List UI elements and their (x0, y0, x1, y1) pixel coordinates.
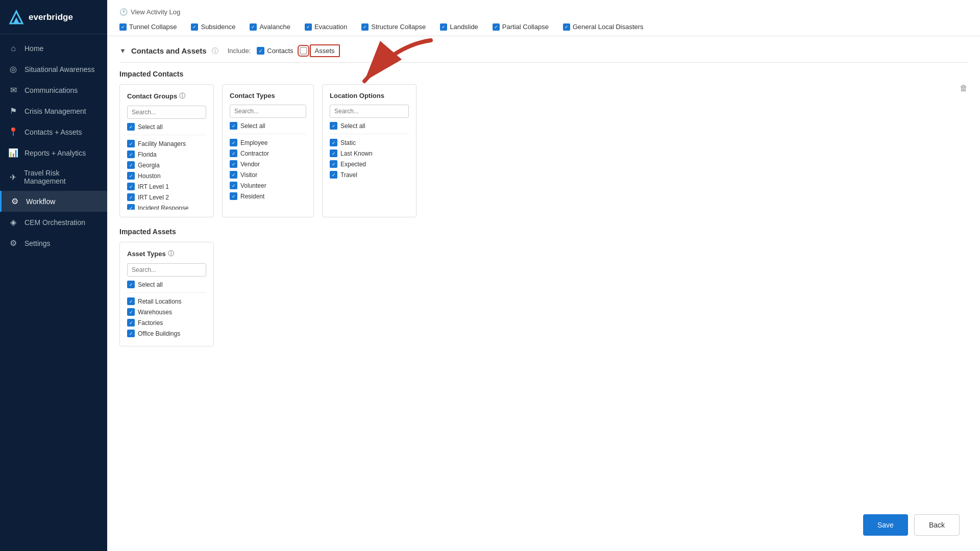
general-local-checkbox[interactable] (563, 23, 570, 31)
sidebar-nav: ⌂ Home ◎ Situational Awareness ✉ Communi… (0, 34, 107, 551)
contact-groups-select-all-checkbox[interactable] (127, 123, 135, 131)
crisis-icon: ⚑ (8, 106, 18, 116)
contact-groups-select-all-label: Select all (138, 123, 163, 131)
sidebar-item-workflow[interactable]: ⚙ Workflow (0, 191, 107, 212)
list-item: Expected (330, 159, 409, 169)
vendor-cb[interactable] (230, 160, 237, 168)
list-item: Vendor (230, 159, 306, 169)
sidebar-item-contacts-assets[interactable]: 📍 Contacts + Assets (0, 121, 107, 142)
general-local-label: General Local Disasters (573, 23, 644, 31)
incident-response-cb[interactable] (127, 204, 135, 210)
disaster-partial-collapse: Partial Collapse (493, 23, 549, 31)
visitor-cb[interactable] (230, 171, 237, 179)
travel-cb[interactable] (330, 171, 337, 179)
avalanche-checkbox[interactable] (250, 23, 257, 31)
disaster-avalanche: Avalanche (250, 23, 290, 31)
sidebar-item-label-sa: Situational Awareness (24, 65, 95, 73)
florida-cb[interactable] (127, 151, 135, 158)
landslide-checkbox[interactable] (440, 23, 447, 31)
expected-cb[interactable] (330, 160, 337, 168)
factories-label: Factories (138, 319, 163, 327)
houston-cb[interactable] (127, 172, 135, 180)
back-button[interactable]: Back (914, 514, 960, 536)
asset-types-info-icon[interactable]: ⓘ (168, 249, 174, 258)
evacuation-checkbox[interactable] (305, 23, 312, 31)
contacts-checkbox[interactable] (257, 47, 264, 55)
structure-collapse-checkbox[interactable] (361, 23, 369, 31)
disaster-tunnel-collapse: Tunnel Collapse (119, 23, 177, 31)
landslide-label: Landslide (450, 23, 478, 31)
sidebar-item-settings[interactable]: ⚙ Settings (0, 233, 107, 254)
asset-types-panel: Asset Types ⓘ Select all Retail Location… (119, 242, 214, 346)
communications-icon: ✉ (8, 85, 18, 95)
impacted-assets-label: Impacted Assets (119, 228, 968, 236)
save-button[interactable]: Save (863, 514, 908, 536)
contractor-cb[interactable] (230, 149, 237, 157)
factories-cb[interactable] (127, 319, 135, 327)
reports-icon: 📊 (8, 148, 18, 158)
location-options-search[interactable] (330, 105, 409, 118)
contact-groups-info-icon[interactable]: ⓘ (179, 92, 185, 101)
list-item: Volunteer (230, 180, 306, 191)
expected-label: Expected (340, 161, 366, 168)
list-item: Static (330, 137, 409, 148)
last-known-cb[interactable] (330, 149, 337, 157)
static-cb[interactable] (330, 139, 337, 146)
warehouses-cb[interactable] (127, 308, 135, 316)
content-area: ▼ Contacts and Assets ⓘ Include: Contact… (107, 36, 980, 387)
sidebar-item-crisis-management[interactable]: ⚑ Crisis Management (0, 101, 107, 121)
contact-groups-select-all-row: Select all (127, 123, 206, 135)
houston-label: Houston (138, 172, 161, 180)
warehouses-label: Warehouses (138, 309, 172, 316)
sidebar-item-travel-risk[interactable]: ✈ Travel Risk Management (0, 163, 107, 191)
asset-types-search[interactable] (127, 263, 206, 277)
list-item: Retail Locations (127, 296, 206, 307)
employee-cb[interactable] (230, 139, 237, 146)
impacted-contacts-label: Impacted Contacts (119, 70, 968, 78)
assets-checkbox[interactable] (300, 47, 307, 55)
partial-collapse-checkbox[interactable] (493, 23, 500, 31)
sidebar-item-reports-analytics[interactable]: 📊 Reports + Analytics (0, 142, 107, 163)
contact-groups-search[interactable] (127, 106, 206, 119)
contact-groups-title-text: Contact Groups (127, 92, 177, 100)
logo-text: everbridge (29, 12, 73, 22)
facility-managers-cb[interactable] (127, 140, 135, 147)
collapse-section-icon[interactable]: ▼ (119, 47, 126, 55)
activity-log-link[interactable]: 🕐 View Activity Log (119, 4, 968, 20)
location-select-all-label: Select all (340, 122, 365, 130)
georgia-label: Georgia (138, 162, 160, 169)
subsidence-checkbox[interactable] (191, 23, 198, 31)
irt-level1-cb[interactable] (127, 183, 135, 190)
sidebar-item-cem[interactable]: ◈ CEM Orchestration (0, 212, 107, 233)
irt-level2-cb[interactable] (127, 193, 135, 201)
section-info-icon[interactable]: ⓘ (212, 46, 218, 56)
list-item: Employee (230, 137, 306, 148)
tunnel-collapse-label: Tunnel Collapse (129, 23, 177, 31)
home-icon: ⌂ (8, 44, 18, 53)
resident-cb[interactable] (230, 192, 237, 200)
office-buildings-cb[interactable] (127, 330, 135, 337)
georgia-cb[interactable] (127, 161, 135, 169)
travel-icon: ✈ (8, 172, 18, 182)
contact-groups-list: Facility Managers Florida Georgia Housto… (127, 138, 206, 210)
contact-groups-title: Contact Groups ⓘ (127, 92, 206, 101)
retail-locations-cb[interactable] (127, 297, 135, 305)
list-item: Last Known (330, 148, 409, 159)
sidebar-item-situational-awareness[interactable]: ◎ Situational Awareness (0, 59, 107, 80)
sidebar-item-communications[interactable]: ✉ Communications (0, 80, 107, 101)
delete-section-button[interactable]: 🗑 (960, 84, 968, 93)
location-select-all-checkbox[interactable] (330, 122, 337, 130)
disaster-structure-collapse: Structure Collapse (361, 23, 426, 31)
facility-managers-label: Facility Managers (138, 140, 186, 147)
contact-types-select-all-checkbox[interactable] (230, 122, 237, 130)
tunnel-collapse-checkbox[interactable] (119, 23, 127, 31)
employee-label: Employee (240, 139, 267, 146)
asset-select-all-checkbox[interactable] (127, 281, 135, 288)
impacted-assets-section: Impacted Assets Asset Types ⓘ Select all (119, 228, 968, 346)
sidebar-item-home[interactable]: ⌂ Home (0, 38, 107, 59)
volunteer-cb[interactable] (230, 182, 237, 189)
list-item: Incident Response (127, 203, 206, 210)
location-options-list: Static Last Known Expected Travel (330, 137, 409, 180)
contact-types-search[interactable] (230, 105, 306, 118)
list-item: IRT Level 2 (127, 192, 206, 203)
